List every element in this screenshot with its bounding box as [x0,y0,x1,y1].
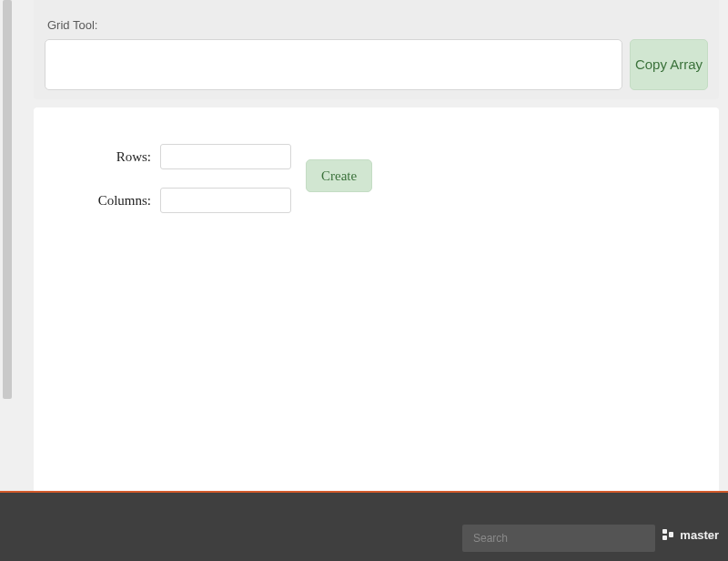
search-input[interactable] [462,525,655,552]
footer-bar: master [0,493,728,561]
svg-rect-0 [662,529,667,534]
git-branch-icon [661,527,675,542]
grid-tool-header-panel: Grid Tool: Copy Array [34,0,719,99]
inner-scrollbar[interactable] [3,0,12,399]
columns-label: Columns: [98,193,151,209]
columns-input[interactable] [160,188,291,213]
copy-array-button[interactable]: Copy Array [630,39,708,90]
rows-label: Rows: [116,149,151,165]
grid-tool-body-panel: Rows: Columns: Create [34,107,719,492]
array-input[interactable] [45,39,622,90]
create-button[interactable]: Create [306,159,372,192]
branch-indicator[interactable]: master [661,527,719,542]
svg-rect-1 [662,536,667,540]
rows-input[interactable] [160,144,291,169]
main-scroll-region[interactable]: Grid Tool: Copy Array Rows: Columns: [0,0,728,492]
section-title: Grid Tool: [47,18,708,32]
branch-name: master [680,528,719,542]
svg-rect-2 [669,532,673,537]
